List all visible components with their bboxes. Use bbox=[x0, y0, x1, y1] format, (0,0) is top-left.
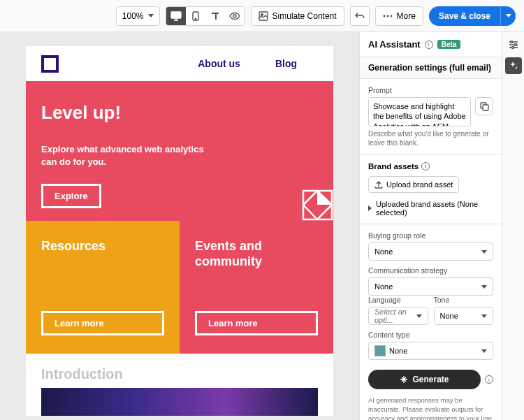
intro-title: Introduction bbox=[41, 366, 318, 382]
desktop-view-button[interactable] bbox=[166, 7, 186, 25]
content-type-select[interactable]: None bbox=[368, 342, 493, 360]
svg-point-2 bbox=[195, 18, 196, 19]
hero-decoration-icon bbox=[302, 189, 333, 221]
resources-title: Resources bbox=[41, 239, 164, 254]
copy-prompt-button[interactable] bbox=[475, 97, 493, 115]
chevron-down-icon bbox=[481, 314, 487, 318]
brand-assets-header: Brand assets i bbox=[368, 162, 493, 171]
svg-point-5 bbox=[261, 13, 263, 15]
resources-column: Resources Learn more bbox=[26, 221, 180, 354]
info-icon[interactable]: i bbox=[485, 375, 493, 384]
hero-title: Level up! bbox=[41, 102, 318, 124]
uploaded-assets-accordion[interactable]: Uploaded brand assets (None selected) bbox=[368, 200, 493, 217]
svg-rect-10 bbox=[483, 105, 488, 110]
undo-button[interactable] bbox=[350, 6, 370, 26]
events-title: Events and community bbox=[195, 239, 318, 269]
email-header: About us Blog bbox=[26, 46, 333, 81]
generation-settings-header: Generation settings (full email) bbox=[360, 57, 502, 79]
events-cta-button: Learn more bbox=[195, 311, 318, 335]
simulate-icon bbox=[259, 11, 268, 21]
beta-badge: Beta bbox=[437, 40, 461, 49]
save-dropdown-button[interactable] bbox=[500, 6, 516, 26]
intro-image bbox=[41, 388, 318, 416]
svg-point-3 bbox=[233, 15, 236, 17]
upload-brand-asset-button[interactable]: Upload brand asset bbox=[368, 176, 459, 193]
ai-rail-button[interactable] bbox=[505, 57, 522, 74]
ai-assistant-panel: AI Assistant i Beta Generation settings … bbox=[359, 32, 502, 420]
chevron-down-icon bbox=[481, 250, 487, 254]
properties-rail-button[interactable] bbox=[505, 36, 522, 53]
info-icon[interactable]: i bbox=[425, 41, 433, 49]
prompt-label: Prompt bbox=[368, 86, 493, 94]
hero-subtitle: Explore what advanced web analytics can … bbox=[41, 143, 209, 168]
content-type-label: Content type bbox=[368, 331, 493, 339]
nav-about: About us bbox=[198, 58, 240, 69]
content-type-swatch-icon bbox=[374, 345, 386, 356]
zoom-value: 100% bbox=[122, 11, 144, 21]
resources-cta-button: Learn more bbox=[41, 311, 164, 335]
svg-point-11 bbox=[510, 41, 512, 43]
prompt-textarea[interactable] bbox=[368, 97, 471, 126]
text-view-button[interactable] bbox=[205, 7, 225, 25]
tone-label: Tone bbox=[434, 296, 494, 304]
upload-icon bbox=[374, 180, 383, 189]
buying-role-label: Buying group role bbox=[368, 231, 493, 240]
editor-canvas[interactable]: About us Blog Level up! Explore what adv… bbox=[0, 32, 359, 420]
communication-strategy-select[interactable]: None bbox=[368, 277, 493, 296]
chevron-down-icon bbox=[416, 314, 422, 318]
panel-title: AI Assistant bbox=[368, 39, 421, 50]
chevron-down-icon bbox=[148, 14, 154, 17]
chevron-down-icon bbox=[481, 285, 487, 289]
preview-button[interactable] bbox=[225, 7, 245, 25]
language-select[interactable]: Select an opti... bbox=[368, 307, 428, 325]
chevron-right-icon bbox=[368, 205, 372, 211]
prompt-help-text: Describe what you'd like to generate or … bbox=[368, 129, 493, 147]
info-icon[interactable]: i bbox=[421, 162, 430, 171]
svg-rect-0 bbox=[171, 12, 181, 18]
generate-button[interactable]: Generate bbox=[368, 370, 481, 389]
communication-strategy-label: Communication strategy bbox=[368, 266, 493, 275]
zoom-select[interactable]: 100% bbox=[116, 6, 160, 26]
save-close-button[interactable]: Save & close bbox=[429, 6, 500, 26]
hero-section: Level up! Explore what advanced web anal… bbox=[26, 81, 333, 221]
dots-icon bbox=[383, 15, 393, 17]
buying-role-select[interactable]: None bbox=[368, 242, 493, 261]
svg-point-12 bbox=[514, 44, 516, 46]
chevron-down-icon bbox=[506, 14, 511, 17]
hero-cta-button: Explore bbox=[41, 184, 101, 208]
disclaimer-text: AI generated responses may be inaccurate… bbox=[368, 396, 493, 420]
more-button[interactable]: More bbox=[375, 6, 423, 26]
nav-blog: Blog bbox=[275, 58, 297, 69]
right-rail bbox=[502, 32, 524, 420]
mobile-view-button[interactable] bbox=[186, 7, 205, 25]
chevron-down-icon bbox=[481, 349, 487, 353]
logo-icon bbox=[41, 55, 59, 73]
svg-point-6 bbox=[383, 15, 385, 17]
save-button-group: Save & close bbox=[429, 6, 516, 26]
language-label: Language bbox=[368, 296, 428, 304]
simulate-content-button[interactable]: Simulate Content bbox=[251, 6, 344, 26]
events-column: Events and community Learn more bbox=[180, 221, 333, 354]
svg-point-7 bbox=[386, 15, 388, 17]
svg-point-13 bbox=[511, 47, 514, 49]
svg-point-8 bbox=[390, 15, 392, 17]
sparkle-icon bbox=[400, 375, 408, 384]
tone-select[interactable]: None bbox=[434, 307, 494, 325]
device-toggle-group bbox=[166, 6, 245, 26]
